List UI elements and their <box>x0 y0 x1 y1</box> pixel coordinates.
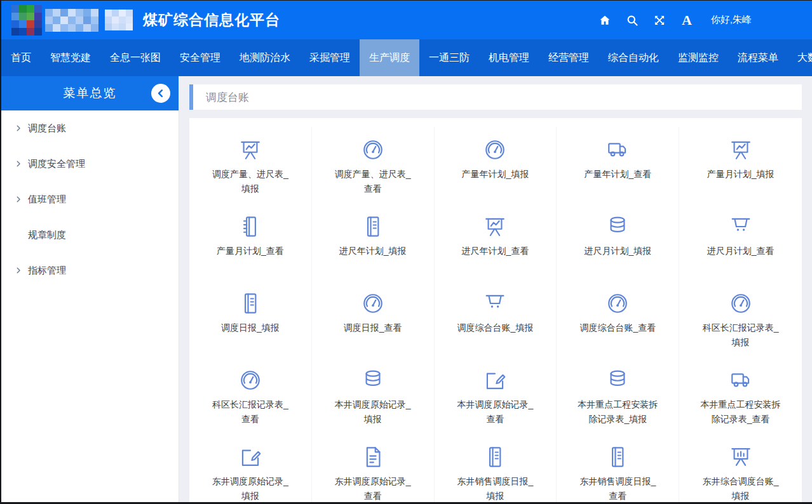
module-card[interactable]: 本井重点工程安装拆 除记录表_查看 <box>679 357 802 434</box>
edit-square-icon <box>482 368 508 393</box>
module-card[interactable]: 东井调度原始记录_ 填报 <box>189 434 312 502</box>
font-size-icon[interactable]: A <box>680 13 694 27</box>
chevron-right-icon <box>14 266 28 275</box>
nav-item[interactable]: 一通三防 <box>419 39 479 76</box>
sidebar-collapse-button[interactable] <box>151 84 170 103</box>
database-icon <box>360 368 386 393</box>
search-icon[interactable] <box>625 13 639 27</box>
chevron-placeholder <box>14 230 28 239</box>
module-card-label: 产量月计划_查看 <box>217 244 284 258</box>
module-card[interactable]: 本井调度原始记录_ 查看 <box>435 357 557 434</box>
module-card[interactable]: 产量月计划_填报 <box>679 127 802 204</box>
module-card-label: 调度综合台账_填报 <box>457 321 534 335</box>
sidebar-item[interactable]: 指标管理 <box>1 253 179 288</box>
nav-item[interactable]: 首页 <box>1 39 41 76</box>
module-card-label: 调度综合台账_查看 <box>579 321 656 335</box>
app-title: 煤矿综合信息化平台 <box>143 10 280 30</box>
module-card-label: 本井重点工程安装拆 除记录表_查看 <box>701 397 781 427</box>
module-card[interactable]: 调度产量、进尺表_ 查看 <box>312 127 435 204</box>
censored-org-name-mosaic <box>45 9 98 32</box>
module-card[interactable]: 进尺月计划_填报 <box>557 204 679 281</box>
module-card[interactable]: 调度综合台账_查看 <box>557 281 679 357</box>
topbar-icons: A <box>585 13 694 27</box>
nav-item[interactable]: 地测防治水 <box>230 39 300 76</box>
module-card-label: 进尺年计划_查看 <box>462 244 529 258</box>
module-card[interactable]: 东井综合调度台账_ 填报 <box>679 434 802 502</box>
module-grid: 调度产量、进尺表_ 填报调度产量、进尺表_ 查看产量年计划_填报产量年计划_查看… <box>189 118 802 502</box>
module-card[interactable]: 调度产量、进尺表_ 填报 <box>189 127 312 204</box>
cart-icon <box>482 291 508 316</box>
module-card[interactable]: 东井销售调度日报_ 查看 <box>557 434 679 502</box>
nav-item[interactable]: 安全管理 <box>170 39 230 76</box>
module-card[interactable]: 产量月计划_查看 <box>189 204 312 281</box>
module-card-label: 进尺月计划_填报 <box>584 244 651 258</box>
module-card[interactable]: 进尺月计划_查看 <box>679 204 802 281</box>
module-card-label: 调度日报_填报 <box>221 321 280 335</box>
module-card-label: 本井调度原始记录_ 填报 <box>335 397 411 427</box>
notebook-lines-icon <box>482 444 508 470</box>
module-card-label: 东井综合调度台账_ 填报 <box>703 474 779 502</box>
sidebar-title: 菜单总览 <box>64 85 117 102</box>
home-icon[interactable] <box>598 13 612 27</box>
document-icon <box>360 444 386 470</box>
nav-item[interactable]: 大数据分析 <box>788 39 812 76</box>
database-icon <box>605 368 630 393</box>
nav-item[interactable]: 智慧党建 <box>41 39 100 76</box>
chevron-right-icon <box>14 195 28 204</box>
module-card[interactable]: 进尺年计划_查看 <box>435 204 557 281</box>
nav-item[interactable]: 采掘管理 <box>300 39 360 76</box>
logo-mosaic <box>11 5 42 36</box>
gauge-icon <box>360 137 386 162</box>
chevron-left-icon <box>154 86 168 100</box>
sidebar-item[interactable]: 调度台账 <box>1 110 179 146</box>
module-card[interactable]: 调度综合台账_填报 <box>435 281 557 357</box>
nav-item[interactable]: 流程菜单 <box>728 39 788 76</box>
truck-icon <box>728 368 754 393</box>
nav-item[interactable]: 全息一张图 <box>100 39 170 76</box>
nav-item[interactable]: 生产调度 <box>360 39 419 76</box>
edit-square-icon <box>238 444 263 470</box>
app-header: 煤矿综合信息化平台 A 你好,朱峰 <box>1 1 812 39</box>
module-card-label: 调度产量、进尺表_ 查看 <box>335 167 411 196</box>
module-card[interactable]: 本井调度原始记录_ 填报 <box>312 357 435 434</box>
module-card[interactable]: 产量年计划_查看 <box>557 127 679 204</box>
fullscreen-icon[interactable] <box>653 13 667 27</box>
module-card[interactable]: 调度日报_查看 <box>312 281 435 357</box>
sidebar-item-label: 指标管理 <box>28 265 66 277</box>
module-card[interactable]: 东井销售调度日报_ 填报 <box>435 434 557 502</box>
nav-item[interactable]: 监测监控 <box>668 39 728 76</box>
module-card-label: 进尺月计划_查看 <box>707 244 775 258</box>
module-card[interactable]: 产量年计划_填报 <box>435 127 557 204</box>
module-card[interactable]: 调度日报_填报 <box>189 281 312 357</box>
body-row: 菜单总览 调度台账调度安全管理值班管理规章制度指标管理 调度台账 调度产量、进尺… <box>1 76 812 502</box>
censored-text-mosaic <box>105 10 133 30</box>
sidebar-item[interactable]: 规章制度 <box>1 217 179 253</box>
module-card-label: 科区长汇报记录表_ 填报 <box>703 321 779 350</box>
gauge-icon <box>482 137 508 162</box>
module-card-label: 产量年计划_查看 <box>584 167 651 182</box>
nav-item[interactable]: 经营管理 <box>539 39 599 76</box>
gauge-icon <box>605 291 630 316</box>
chart-board-line-icon <box>238 137 263 162</box>
topbar-right: A 你好,朱峰 <box>585 13 752 27</box>
sidebar-item-label: 值班管理 <box>28 194 66 206</box>
module-card[interactable]: 进尺年计划_填报 <box>312 204 435 281</box>
user-greeting[interactable]: 你好,朱峰 <box>711 14 752 26</box>
sidebar-item[interactable]: 调度安全管理 <box>1 146 179 182</box>
page-title-bar: 调度台账 <box>189 84 802 110</box>
module-card-label: 调度日报_查看 <box>344 321 402 335</box>
gauge-icon <box>728 291 754 316</box>
module-card-label: 调度产量、进尺表_ 填报 <box>212 167 288 196</box>
module-card-label: 科区长汇报记录表_ 查看 <box>212 397 288 427</box>
module-card[interactable]: 科区长汇报记录表_ 查看 <box>189 357 312 434</box>
module-card[interactable]: 本井重点工程安装拆 除记录表_填报 <box>557 357 679 434</box>
gauge-icon <box>238 368 263 393</box>
module-card-label: 本井调度原始记录_ 查看 <box>457 397 534 427</box>
title-accent-bar <box>189 84 193 110</box>
nav-item[interactable]: 机电管理 <box>479 39 539 76</box>
module-card[interactable]: 科区长汇报记录表_ 填报 <box>679 281 802 357</box>
spiral-notebook-icon <box>238 214 263 239</box>
nav-item[interactable]: 综合自动化 <box>599 39 668 76</box>
module-card[interactable]: 东井调度原始记录_ 查看 <box>312 434 435 502</box>
sidebar-item[interactable]: 值班管理 <box>1 182 179 217</box>
